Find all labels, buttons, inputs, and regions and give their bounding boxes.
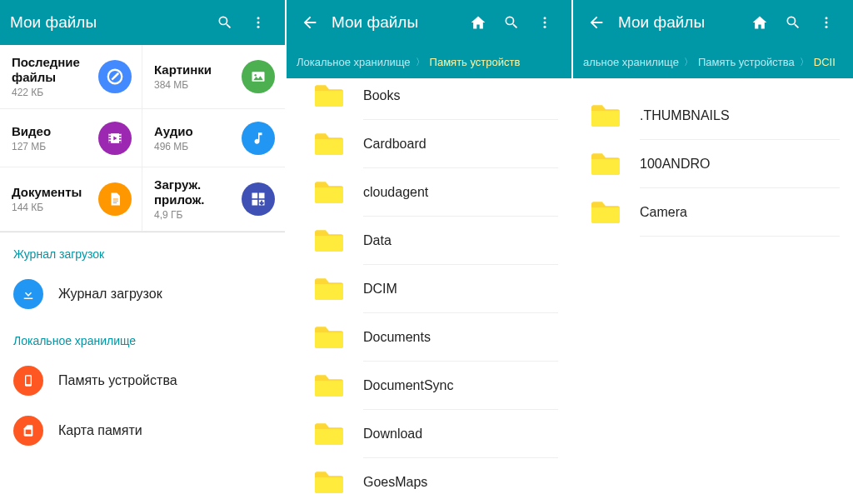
category-grid: Последние файлы422 КБКартинки384 МБВидео… (0, 45, 285, 232)
folder-label: GoesMaps (363, 458, 558, 504)
category-icon (242, 60, 275, 93)
svg-rect-13 (119, 137, 122, 138)
folder-icon (312, 372, 363, 400)
folder-label: Documents (363, 313, 558, 362)
svg-rect-20 (26, 377, 30, 384)
svg-rect-16 (259, 193, 265, 199)
folder-icon (312, 323, 363, 352)
breadcrumb-parent[interactable]: Локальное хранилище (297, 56, 411, 68)
category-cell[interactable]: Аудио496 МБ (142, 109, 285, 167)
panel-device-storage: Мои файлы Локальное хранилище 〉 Память у… (287, 0, 571, 504)
folder-icon (312, 420, 363, 448)
folder-icon (312, 227, 363, 255)
folder-label: 100ANDRO (640, 140, 840, 188)
folder-row[interactable]: .THUMBNAILS (573, 92, 853, 140)
folder-icon (312, 130, 363, 158)
folder-label: Camera (640, 188, 840, 237)
svg-rect-11 (109, 139, 112, 141)
svg-point-23 (544, 22, 546, 24)
folder-row[interactable]: DocumentSync (287, 362, 571, 410)
sd-card-item[interactable]: Карта памяти (0, 406, 285, 456)
folder-icon (588, 102, 640, 130)
svg-point-22 (544, 17, 546, 19)
chevron-right-icon: 〉 (800, 56, 809, 68)
folder-icon (312, 82, 363, 110)
app-title: Мои файлы (10, 13, 208, 32)
category-name: Картинки (154, 62, 212, 77)
breadcrumb[interactable]: альное хранилище 〉 Память устройства 〉 D… (573, 45, 853, 78)
category-name: Загруж. прилож. (154, 177, 242, 207)
app-title: Мои файлы (618, 13, 743, 32)
svg-rect-21 (26, 430, 32, 434)
overflow-menu-icon[interactable] (528, 6, 561, 39)
category-cell[interactable]: Видео127 МБ (0, 109, 142, 167)
app-title: Мои файлы (332, 13, 461, 32)
svg-rect-10 (109, 137, 112, 138)
folder-row[interactable]: cloudagent (287, 168, 571, 217)
folder-row[interactable]: GoesMaps (287, 458, 571, 504)
folder-label: Data (363, 217, 558, 265)
home-icon[interactable] (743, 6, 776, 39)
folder-row[interactable]: Books (287, 72, 571, 120)
sd-card-label: Карта памяти (58, 423, 142, 438)
category-size: 4,9 ГБ (154, 209, 242, 221)
search-icon[interactable] (495, 6, 528, 39)
category-size: 127 МБ (12, 141, 51, 152)
svg-point-24 (544, 26, 546, 28)
search-icon[interactable] (776, 6, 810, 39)
svg-rect-17 (252, 200, 258, 206)
svg-point-2 (257, 26, 260, 28)
download-history-item[interactable]: Журнал загрузок (0, 269, 285, 319)
back-icon[interactable] (580, 6, 613, 39)
category-name: Последние файлы (12, 55, 98, 85)
appbar: Мои файлы (573, 0, 853, 45)
folder-label: Books (363, 72, 558, 120)
breadcrumb-current: DCII (814, 56, 836, 68)
svg-point-0 (257, 17, 260, 19)
svg-point-1 (257, 22, 260, 24)
folder-list: BooksCardboardcloudagentDataDCIMDocument… (287, 72, 571, 504)
category-cell[interactable]: Загруж. прилож.4,9 ГБ (142, 167, 285, 232)
folder-row[interactable]: Download (287, 410, 571, 458)
folder-list: .THUMBNAILS100ANDROCamera (573, 92, 853, 504)
breadcrumb-segment[interactable]: Память устройства (698, 56, 795, 68)
category-size: 384 МБ (154, 79, 212, 91)
breadcrumb-segment[interactable]: альное хранилище (583, 56, 679, 68)
search-icon[interactable] (208, 6, 242, 39)
category-cell[interactable]: Картинки384 МБ (142, 45, 285, 109)
back-icon[interactable] (293, 6, 327, 39)
svg-point-26 (826, 22, 828, 24)
svg-rect-9 (109, 134, 112, 136)
folder-row[interactable]: DCIM (287, 265, 571, 313)
folder-row[interactable]: 100ANDRO (573, 140, 853, 188)
category-cell[interactable]: Документы144 КБ (0, 167, 142, 232)
folder-label: cloudagent (363, 168, 558, 217)
chevron-right-icon: 〉 (684, 56, 693, 68)
category-icon (98, 60, 132, 93)
folder-label: DCIM (363, 265, 558, 313)
folder-icon (312, 468, 363, 497)
device-storage-item[interactable]: Память устройства (0, 356, 285, 406)
overflow-menu-icon[interactable] (810, 6, 843, 39)
sd-card-icon (13, 416, 43, 446)
folder-row[interactable]: Documents (287, 313, 571, 362)
folder-row[interactable]: Camera (573, 188, 853, 237)
section-storage-title: Локальное хранилище (0, 319, 285, 356)
home-icon[interactable] (461, 6, 495, 39)
breadcrumb-current: Память устройств (430, 56, 521, 68)
svg-rect-12 (119, 134, 122, 136)
folder-icon (312, 178, 363, 207)
svg-point-27 (826, 26, 828, 28)
device-storage-label: Память устройства (58, 373, 177, 388)
overflow-menu-icon[interactable] (242, 6, 275, 39)
category-size: 496 МБ (154, 141, 193, 152)
category-icon (242, 182, 275, 216)
section-downloads-title: Журнал загрузок (0, 232, 285, 269)
folder-icon (588, 150, 640, 178)
category-cell[interactable]: Последние файлы422 КБ (0, 45, 142, 109)
folder-row[interactable]: Data (287, 217, 571, 265)
category-name: Видео (12, 124, 51, 139)
folder-label: .THUMBNAILS (640, 92, 840, 140)
svg-point-5 (254, 74, 257, 77)
folder-row[interactable]: Cardboard (287, 120, 571, 168)
